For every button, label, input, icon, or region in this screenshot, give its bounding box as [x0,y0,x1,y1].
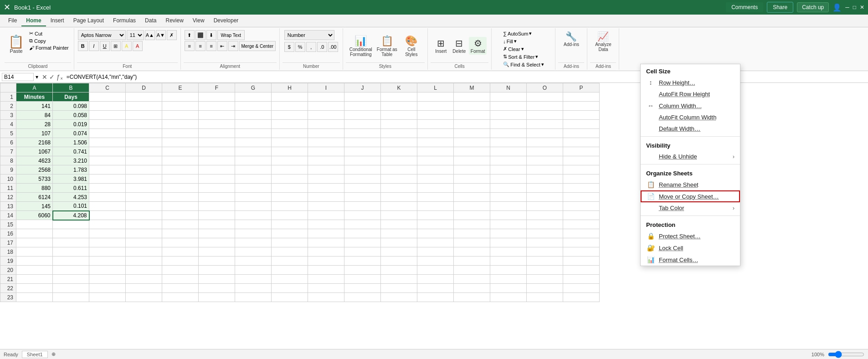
add-sheet-icon[interactable]: ⊕ [51,351,56,357]
cell-b10[interactable]: 3.981 [53,174,89,184]
font-color-button[interactable]: A [133,41,143,51]
cell-K4[interactable] [381,120,417,129]
confirm-formula-icon[interactable]: ✓ [49,73,55,81]
cell-G19[interactable] [235,256,272,266]
cell-o1[interactable] [527,92,563,102]
cell-P10[interactable] [563,174,600,184]
tab-developer[interactable]: Developer [209,15,243,26]
cell-L7[interactable] [417,147,454,156]
cell-L4[interactable] [417,120,454,129]
cell-O3[interactable] [527,111,563,120]
cell-M6[interactable] [454,138,490,147]
cell-L3[interactable] [417,111,454,120]
align-center-button[interactable]: ≡ [195,41,205,51]
cell-N22[interactable] [490,284,527,293]
maximize-icon[interactable]: □ [853,4,856,10]
cell-N8[interactable] [490,156,527,165]
cell-B20[interactable] [53,266,89,275]
cell-B23[interactable] [53,293,89,302]
cell-G20[interactable] [235,266,272,275]
cell-J10[interactable] [344,174,381,184]
cell-D5[interactable] [126,129,162,138]
comments-button[interactable]: Comments [726,2,763,12]
cell-D4[interactable] [126,120,162,129]
col-header-d[interactable]: D [126,83,162,92]
tab-data[interactable]: Data [140,15,161,26]
close-icon[interactable]: ✕ [860,4,864,10]
cell-styles-button[interactable]: 🎨 CellStyles [400,34,423,58]
cell-H2[interactable] [272,102,308,111]
cell-F13[interactable] [199,202,235,211]
cell-M23[interactable] [454,293,490,302]
cell-N21[interactable] [490,275,527,284]
cell-P11[interactable] [563,184,600,193]
cell-b9[interactable]: 1.783 [53,165,89,174]
cell-A22[interactable] [16,284,53,293]
cell-G8[interactable] [235,156,272,165]
cell-C12[interactable] [89,193,126,202]
cell-b6[interactable]: 1.506 [53,138,89,147]
cell-N5[interactable] [490,129,527,138]
indent-less-button[interactable]: ⇤ [217,41,227,51]
cell-P5[interactable] [563,129,600,138]
format-painter-button[interactable]: 🖌 Format Painter [28,45,70,51]
cell-F21[interactable] [199,275,235,284]
cell-a6[interactable]: 2168 [16,138,53,147]
cell-L9[interactable] [417,165,454,174]
cell-P12[interactable] [563,193,600,202]
cell-I11[interactable] [308,184,344,193]
sort-filter-button[interactable]: ⇅ Sort & Filter ▾ [502,53,539,60]
cell-E22[interactable] [162,284,199,293]
cell-H21[interactable] [272,275,308,284]
cell-P23[interactable] [563,293,600,302]
tab-view[interactable]: View [188,15,209,26]
align-top-button[interactable]: ⬆ [185,30,195,40]
cell-K6[interactable] [381,138,417,147]
cell-P8[interactable] [563,156,600,165]
col-header-f[interactable]: F [199,83,235,92]
cell-C8[interactable] [89,156,126,165]
cell-C16[interactable] [89,229,126,238]
cell-J9[interactable] [344,165,381,174]
tab-file[interactable]: File [4,15,21,26]
cell-I2[interactable] [308,102,344,111]
cell-I18[interactable] [308,247,344,256]
cell-E14[interactable] [162,211,199,220]
cell-I12[interactable] [308,193,344,202]
cell-D8[interactable] [126,156,162,165]
tab-review[interactable]: Review [161,15,188,26]
cell-O17[interactable] [527,238,563,247]
cell-M19[interactable] [454,256,490,266]
cell-A17[interactable] [16,238,53,247]
cell-J6[interactable] [344,138,381,147]
cell-F16[interactable] [199,229,235,238]
cell-D18[interactable] [126,247,162,256]
cell-L12[interactable] [417,193,454,202]
cell-k1[interactable] [381,92,417,102]
cell-J20[interactable] [344,266,381,275]
cell-H11[interactable] [272,184,308,193]
cell-J18[interactable] [344,247,381,256]
cell-H18[interactable] [272,247,308,256]
cell-J2[interactable] [344,102,381,111]
cell-M13[interactable] [454,202,490,211]
cell-E6[interactable] [162,138,199,147]
cell-E11[interactable] [162,184,199,193]
cell-D22[interactable] [126,284,162,293]
indent-more-button[interactable]: ⇥ [228,41,238,51]
cell-C22[interactable] [89,284,126,293]
column-width-item[interactable]: ↔ Column Width… [641,100,740,112]
col-header-g[interactable]: G [235,83,272,92]
decrease-font-button[interactable]: A▼ [156,30,166,40]
share-button[interactable]: Share [767,2,793,13]
cell-M2[interactable] [454,102,490,111]
cell-D9[interactable] [126,165,162,174]
clear-button[interactable]: ✗ Clear ▾ [502,46,525,52]
col-header-i[interactable]: I [308,83,344,92]
align-middle-button[interactable]: ⬛ [195,30,205,40]
cell-G22[interactable] [235,284,272,293]
cell-D23[interactable] [126,293,162,302]
conditional-formatting-button[interactable]: 📊 ConditionalFormatting [348,34,374,58]
cell-M16[interactable] [454,229,490,238]
cell-N6[interactable] [490,138,527,147]
